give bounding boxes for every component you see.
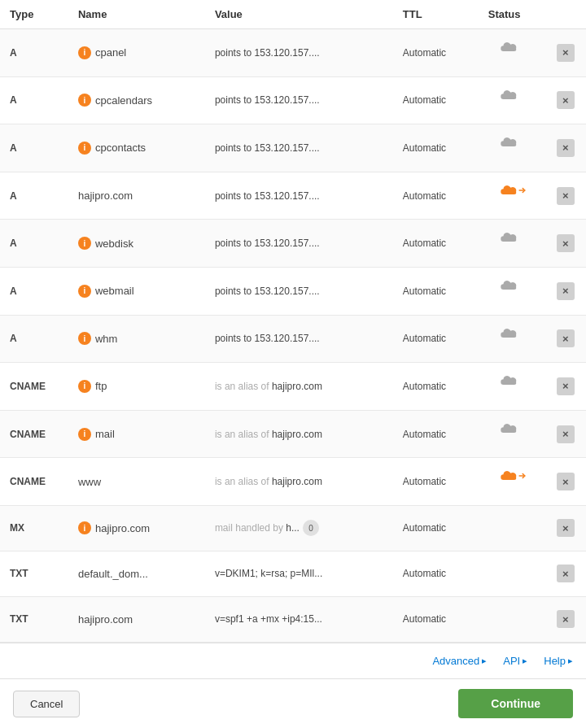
table-row: CNAMEiftpis an alias of hajipro.comAutom… [0, 363, 586, 411]
delete-record-button[interactable]: × [557, 565, 575, 582]
delete-record-button[interactable]: × [557, 234, 575, 252]
continue-button[interactable]: Continue [458, 689, 573, 718]
cloud-active-icon[interactable] [498, 466, 527, 486]
record-name: www [68, 458, 205, 506]
record-name: ihajipro.com [68, 505, 205, 551]
record-value: mail handled by h...0 [205, 505, 393, 551]
record-status[interactable] [479, 458, 547, 494]
info-icon[interactable]: i [78, 285, 91, 298]
cloud-inactive-icon[interactable] [498, 37, 527, 57]
table-row: Ahajipro.compoints to 153.120.157....Aut… [0, 172, 586, 220]
delete-record-button[interactable]: × [557, 425, 575, 443]
info-icon[interactable]: i [78, 380, 91, 393]
delete-record-button[interactable]: × [557, 329, 575, 347]
delete-record-button[interactable]: × [557, 610, 575, 628]
record-delete-cell: × [547, 596, 586, 642]
table-row: MXihajipro.commail handled by h...0Autom… [0, 505, 586, 551]
cloud-inactive-icon[interactable] [498, 133, 527, 152]
record-delete-cell: × [547, 124, 586, 172]
cloud-inactive-icon[interactable] [498, 324, 527, 343]
record-name: iftp [68, 363, 205, 411]
record-type: TXT [0, 596, 68, 642]
record-ttl: Automatic [393, 410, 479, 458]
table-row: CNAMEimailis an alias of hajipro.comAuto… [0, 410, 586, 458]
record-delete-cell: × [547, 315, 586, 363]
record-value: points to 153.120.157.... [205, 220, 393, 268]
record-value: is an alias of hajipro.com [205, 410, 393, 458]
help-link[interactable]: Help ▸ [544, 655, 573, 667]
record-status[interactable] [479, 220, 547, 255]
record-type: A [0, 172, 68, 220]
record-name-text: webmail [95, 285, 134, 297]
record-name-text: hajipro.com [78, 613, 133, 626]
record-status[interactable] [479, 363, 547, 399]
record-status[interactable] [479, 268, 547, 303]
record-name-text: default._dom... [78, 568, 148, 580]
cancel-button[interactable]: Cancel [13, 691, 80, 717]
record-ttl: Automatic [393, 172, 479, 220]
record-delete-cell: × [547, 267, 586, 315]
help-label: Help [544, 655, 566, 667]
delete-record-button[interactable]: × [557, 44, 575, 62]
info-icon[interactable]: i [78, 332, 91, 345]
cloud-active-icon[interactable] [498, 181, 527, 200]
cloud-inactive-icon[interactable] [498, 371, 527, 390]
record-name: icpcontacts [68, 124, 205, 172]
delete-record-button[interactable]: × [557, 473, 575, 490]
record-status[interactable] [479, 29, 547, 65]
record-status[interactable] [479, 124, 547, 160]
record-name-text: www [78, 476, 101, 488]
delete-record-button[interactable]: × [557, 519, 575, 537]
info-icon[interactable]: i [78, 94, 91, 107]
cloud-inactive-icon[interactable] [498, 419, 527, 438]
record-ttl: Automatic [393, 267, 479, 315]
record-ttl: Automatic [393, 551, 479, 596]
delete-record-button[interactable]: × [557, 139, 575, 157]
info-icon[interactable]: i [78, 237, 91, 250]
delete-record-button[interactable]: × [557, 187, 575, 205]
cloud-inactive-icon[interactable] [498, 85, 527, 105]
advanced-link[interactable]: Advanced ▸ [432, 655, 487, 667]
table-row: CNAMEwwwis an alias of hajipro.comAutoma… [0, 458, 586, 506]
record-value: is an alias of hajipro.com [205, 458, 393, 506]
record-delete-cell: × [547, 363, 586, 411]
col-header-ttl: TTL [393, 0, 479, 29]
record-name-text: hajipro.com [95, 522, 150, 534]
record-status [479, 551, 547, 568]
record-delete-cell: × [547, 29, 586, 77]
delete-record-button[interactable]: × [557, 91, 575, 109]
table-row: Aiwebmailpoints to 153.120.157....Automa… [0, 267, 586, 315]
delete-record-button[interactable]: × [557, 282, 575, 300]
record-type: A [0, 315, 68, 363]
cloud-inactive-icon[interactable] [498, 276, 527, 295]
record-name-text: webdisk [95, 238, 133, 250]
record-status[interactable] [479, 316, 547, 351]
info-icon[interactable]: i [78, 46, 91, 59]
record-ttl: Automatic [393, 363, 479, 411]
record-name-text: ftp [95, 380, 107, 392]
col-header-status: Status [479, 0, 547, 29]
cloud-inactive-icon[interactable] [498, 228, 527, 247]
record-value: points to 153.120.157.... [205, 29, 393, 77]
record-type: MX [0, 505, 68, 551]
record-status[interactable] [479, 172, 547, 208]
record-name-text: mail [95, 428, 115, 440]
record-status[interactable] [479, 411, 547, 447]
record-value: is an alias of hajipro.com [205, 363, 393, 411]
record-ttl: Automatic [393, 29, 479, 77]
record-type: A [0, 76, 68, 124]
record-value: v=spf1 +a +mx +ip4:15... [205, 596, 393, 642]
delete-record-button[interactable]: × [557, 377, 575, 395]
record-name: icpcalendars [68, 76, 205, 124]
info-icon[interactable]: i [78, 142, 91, 155]
help-arrow-icon: ▸ [568, 656, 573, 666]
api-link[interactable]: API ▸ [503, 655, 527, 667]
col-header-name: Name [68, 0, 205, 29]
info-icon[interactable]: i [78, 521, 91, 534]
table-row: Aicpcontactspoints to 153.120.157....Aut… [0, 124, 586, 172]
table-row: Aiwhmpoints to 153.120.157....Automatic … [0, 315, 586, 363]
record-name: hajipro.com [68, 172, 205, 220]
info-icon[interactable]: i [78, 428, 91, 441]
record-status[interactable] [479, 77, 547, 113]
record-value: points to 153.120.157.... [205, 124, 393, 172]
